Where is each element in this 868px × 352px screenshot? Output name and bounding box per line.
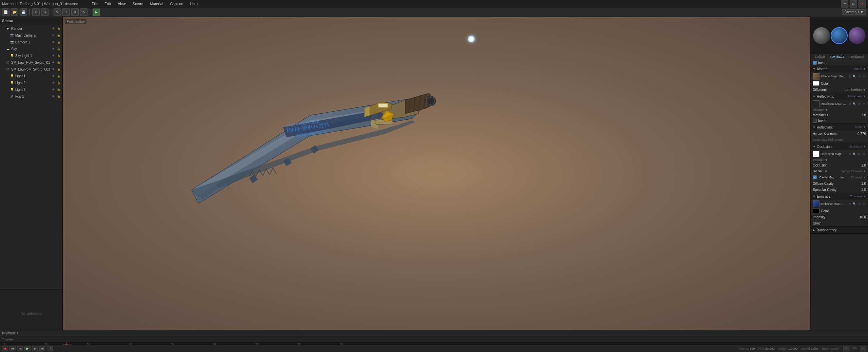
timeline-ruler[interactable]: 0:00.01 1s 2s 3s 4s 5s 6s 7s 8s 9s	[0, 343, 868, 345]
menu-view[interactable]: View	[116, 1, 127, 6]
next-frame-button[interactable]: ▶	[32, 346, 38, 351]
fog1-eye[interactable]: 👁	[51, 94, 56, 99]
record-button[interactable]: ⏺	[2, 346, 8, 351]
occlusion-gear[interactable]: ⚙	[848, 152, 852, 156]
occlusion-search[interactable]: 🔍	[852, 152, 856, 156]
material-sphere-newmat01[interactable]	[831, 27, 848, 44]
tree-item-sky[interactable]: ☁ Sky 👁 🔒	[0, 45, 62, 52]
sword003-eye[interactable]: 👁	[51, 67, 56, 72]
rotate-button[interactable]: ↺	[71, 8, 79, 16]
main-camera-eye[interactable]: 👁	[51, 33, 56, 38]
emissive-header[interactable]: ▼ Emissive: Emissive ▼	[811, 193, 868, 200]
menu-scene[interactable]: Scene	[131, 1, 144, 6]
tree-item-sword003[interactable]: ⬡ SM_LowPoly_Sword_003 👁 🔒	[0, 66, 62, 73]
tree-item-sky-light1[interactable]: 💡 Sky Light 1 👁 🔒	[0, 52, 62, 59]
light1-lock[interactable]: 🔒	[56, 74, 61, 78]
light3-lock[interactable]: 🔒	[56, 87, 61, 92]
emissive-gear[interactable]: ⚙	[848, 202, 852, 206]
occlusion-thumb[interactable]	[813, 151, 820, 157]
reflection-header[interactable]: ▼ Reflection: GGX ▼	[811, 124, 868, 131]
new-button[interactable]: 📄	[2, 8, 9, 16]
save-button[interactable]: 💾	[20, 8, 27, 16]
emissive-thumb[interactable]	[813, 200, 820, 207]
albedo-refresh[interactable]: ↺	[857, 74, 861, 78]
zoom-in-button[interactable]: +	[860, 346, 866, 351]
open-button[interactable]: 📂	[11, 8, 18, 16]
occlusion-refresh[interactable]: ↺	[857, 152, 861, 156]
tree-item-main-camera[interactable]: 📷 Main Camera 👁 🔒	[0, 32, 62, 39]
emissive-color-swatch[interactable]	[813, 209, 820, 213]
menu-edit[interactable]: Edit	[103, 1, 112, 6]
cavity-map-checkbox[interactable]: ✓	[813, 175, 817, 179]
play-button[interactable]: ▶	[24, 346, 31, 351]
sky-lock[interactable]: 🔒	[56, 46, 61, 51]
tree-item-light1[interactable]: 💡 Light 1 👁 🔒	[0, 73, 62, 79]
sword003-lock[interactable]: 🔒	[56, 67, 61, 72]
move-button[interactable]: ✛	[62, 8, 70, 16]
redo-button[interactable]: ↪	[41, 8, 48, 16]
material-sphere-pbrsword[interactable]	[849, 27, 866, 44]
emissive-refresh[interactable]: ↺	[857, 202, 861, 206]
camera-dropdown[interactable]: Camera 1 ▼	[842, 9, 866, 15]
albedo-search[interactable]: 🔍	[852, 74, 856, 78]
sky-light-eye[interactable]: 👁	[51, 53, 56, 58]
light1-eye[interactable]: 👁	[51, 74, 56, 78]
material-sphere-default[interactable]	[813, 27, 830, 44]
metalness-search[interactable]: 🔍	[852, 102, 856, 106]
metalness-gear[interactable]: ⚙	[848, 102, 852, 106]
light2-lock[interactable]: 🔒	[56, 80, 61, 85]
albedo-header[interactable]: ▼ Albedo: Albedo ▼	[811, 65, 868, 72]
albedo-close[interactable]: ✕	[862, 74, 866, 78]
undo-button[interactable]: ↩	[32, 8, 40, 16]
scale-button[interactable]: ⤡	[80, 8, 87, 16]
light3-eye[interactable]: 👁	[51, 87, 56, 92]
maximize-button[interactable]: □	[850, 0, 857, 7]
occlusion-header[interactable]: ▼ Occlusion: Occlusion ▼	[811, 143, 868, 150]
menu-file[interactable]: File	[90, 1, 99, 6]
metalness-invert-checkbox[interactable]	[813, 119, 817, 123]
go-to-end-button[interactable]: ⏭	[39, 346, 45, 351]
transparency-header[interactable]: ▶ Transparency	[811, 227, 868, 233]
sky-eye[interactable]: 👁	[51, 46, 56, 51]
albedo-thumb[interactable]	[813, 73, 820, 80]
tree-item-sword01[interactable]: ⬡ SM_Low_Poly_Sword_01 👁 🔒	[0, 59, 62, 66]
occlusion-close[interactable]: ✕	[862, 152, 866, 156]
reflectivity-header[interactable]: ▼ Reflectivity: Metalness ▼	[811, 93, 868, 100]
light2-eye[interactable]: 👁	[51, 80, 56, 85]
tree-item-light2[interactable]: 💡 Light 2 👁 🔒	[0, 79, 62, 86]
zoom-out-button[interactable]: −	[843, 346, 849, 351]
menu-capture[interactable]: Capture	[169, 1, 184, 6]
menu-help[interactable]: Help	[189, 1, 199, 6]
render-button[interactable]: ▶	[93, 8, 100, 16]
albedo-gear[interactable]: ⚙	[848, 74, 852, 78]
main-camera-lock[interactable]: 🔒	[56, 33, 61, 38]
select-button[interactable]: ↖	[54, 8, 61, 16]
render-lock[interactable]: 🔒	[56, 26, 61, 31]
loop-button[interactable]: ↺	[47, 346, 53, 351]
albedo-color-swatch[interactable]	[813, 81, 820, 86]
fog1-lock[interactable]: 🔒	[56, 94, 61, 99]
go-to-start-button[interactable]: ⏮	[9, 346, 16, 351]
tree-item-light3[interactable]: 💡 Light 3 👁 🔒	[0, 86, 62, 93]
camera1-lock[interactable]: 🔒	[56, 40, 61, 44]
emissive-search[interactable]: 🔍	[852, 202, 856, 206]
tree-item-camera1[interactable]: 📷 Camera 1 👁 🔒	[0, 39, 62, 45]
metalness-thumb[interactable]	[813, 100, 820, 107]
viewport[interactable]: ᚠᚢᚦᚨᚱᚲᚷᚹᚺᚾᛁᛃᛇᛈᛉᛊ ᛏᛒᛖᛗᛚᛜᛞᛟᚠᚢᚦᚨᚱᚲ ᚷᚹᚺᚾᛁᛃᛇᛈ…	[63, 17, 810, 330]
tree-item-render[interactable]: ▶ Render 👁 🔒	[0, 25, 62, 32]
sword01-eye[interactable]: 👁	[51, 60, 56, 65]
metalness-refresh[interactable]: ↺	[857, 102, 861, 106]
minimize-button[interactable]: ─	[841, 0, 848, 7]
sword01-lock[interactable]: 🔒	[56, 60, 61, 65]
camera1-eye[interactable]: 👁	[51, 40, 56, 44]
prev-frame-button[interactable]: ◀	[17, 346, 23, 351]
close-button[interactable]: ✕	[859, 0, 866, 7]
tree-item-fog1[interactable]: 🌫 Fog 1 👁 🔒	[0, 93, 62, 100]
render-eye[interactable]: 👁	[51, 26, 56, 31]
timeline-playhead[interactable]	[66, 343, 66, 345]
metalness-close[interactable]: ✕	[862, 102, 866, 106]
sky-light-lock[interactable]: 🔒	[56, 53, 61, 58]
emissive-close[interactable]: ✕	[862, 202, 866, 206]
menu-material[interactable]: Material	[149, 1, 164, 6]
invert-checkbox[interactable]: ✓	[813, 61, 817, 65]
